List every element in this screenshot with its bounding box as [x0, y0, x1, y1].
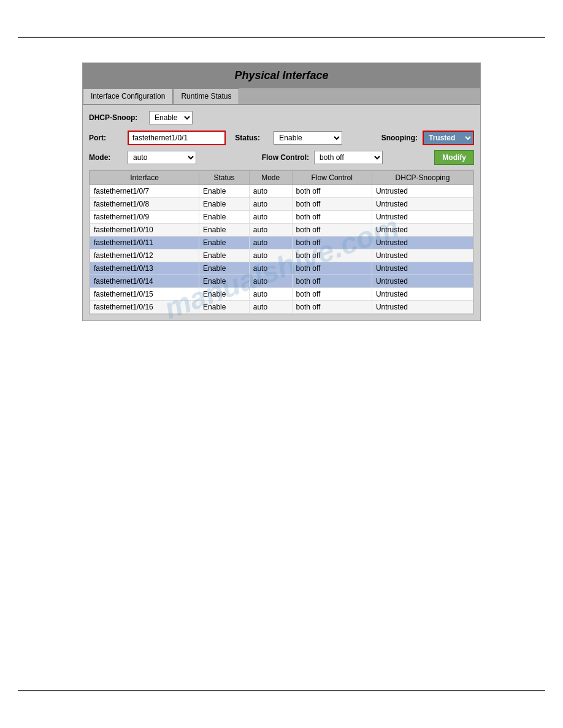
- cell-flow_control: both off: [292, 237, 372, 249]
- cell-mode: auto: [249, 288, 292, 301]
- cell-interface: fastethernet1/0/15: [90, 288, 199, 301]
- cell-flow_control: both off: [292, 249, 372, 262]
- cell-flow_control: both off: [292, 224, 372, 237]
- page-title-text: Physical Interface: [234, 69, 328, 82]
- table-row[interactable]: fastethernet1/0/14Enableautoboth offUntr…: [90, 275, 473, 288]
- cell-status: Enable: [199, 262, 250, 275]
- snooping-select-wrap: Trusted Untrusted: [423, 131, 474, 145]
- cell-interface: fastethernet1/0/10: [90, 224, 199, 237]
- cell-flow_control: both off: [292, 211, 372, 224]
- cell-flow_control: both off: [292, 198, 372, 211]
- cell-status: Enable: [199, 301, 250, 314]
- cell-dhcp_snooping: Untrusted: [372, 224, 473, 237]
- mode-group: Mode: auto 100full 100half 10full 10half: [89, 151, 262, 164]
- dhcp-snoop-select-wrap: Enable Disable: [149, 111, 193, 124]
- cell-dhcp_snooping: Untrusted: [372, 288, 473, 301]
- cell-dhcp_snooping: Untrusted: [372, 185, 473, 198]
- content-area: DHCP-Snoop: Enable Disable Port:: [83, 105, 480, 320]
- snooping-select[interactable]: Trusted Untrusted: [424, 132, 473, 144]
- col-status: Status: [199, 171, 250, 185]
- cell-dhcp_snooping: Untrusted: [372, 198, 473, 211]
- cell-flow_control: both off: [292, 275, 372, 288]
- cell-flow_control: both off: [292, 185, 372, 198]
- modify-button[interactable]: Modify: [434, 150, 474, 165]
- cell-status: Enable: [199, 237, 250, 249]
- cell-interface: fastethernet1/0/13: [90, 262, 199, 275]
- cell-dhcp_snooping: Untrusted: [372, 237, 473, 249]
- cell-interface: fastethernet1/0/8: [90, 198, 199, 211]
- cell-mode: auto: [249, 224, 292, 237]
- cell-dhcp_snooping: Untrusted: [372, 211, 473, 224]
- flow-control-label: Flow Control:: [262, 153, 309, 162]
- table-header-row: Interface Status Mode Flow Control DHCP-…: [90, 171, 473, 185]
- dhcp-snoop-select[interactable]: Enable Disable: [150, 112, 192, 124]
- cell-dhcp_snooping: Untrusted: [372, 301, 473, 314]
- modify-btn-wrap: Modify: [434, 150, 474, 165]
- table-row[interactable]: fastethernet1/0/12Enableautoboth offUntr…: [90, 249, 473, 262]
- cell-status: Enable: [199, 275, 250, 288]
- cell-interface: fastethernet1/0/7: [90, 185, 199, 198]
- table-row[interactable]: fastethernet1/0/10Enableautoboth offUntr…: [90, 224, 473, 237]
- col-dhcp-snooping: DHCP-Snooping: [372, 171, 473, 185]
- main-panel: Physical Interface Interface Configurati…: [82, 63, 481, 321]
- cell-status: Enable: [199, 198, 250, 211]
- port-group: Port:: [89, 131, 235, 145]
- cell-mode: auto: [249, 301, 292, 314]
- status-select-wrap: Enable Disable: [274, 131, 342, 145]
- bottom-divider: [18, 690, 545, 691]
- mode-select-wrap: auto 100full 100half 10full 10half: [128, 151, 196, 164]
- table-row[interactable]: fastethernet1/0/13Enableautoboth offUntr…: [90, 262, 473, 275]
- status-select[interactable]: Enable Disable: [274, 132, 342, 144]
- table-row[interactable]: fastethernet1/0/7Enableautoboth offUntru…: [90, 185, 473, 198]
- top-divider: [18, 37, 545, 38]
- cell-flow_control: both off: [292, 301, 372, 314]
- cell-interface: fastethernet1/0/9: [90, 211, 199, 224]
- cell-mode: auto: [249, 275, 292, 288]
- cell-flow_control: both off: [292, 288, 372, 301]
- port-label: Port:: [89, 134, 123, 142]
- cell-dhcp_snooping: Untrusted: [372, 262, 473, 275]
- mode-flowcontrol-row: Mode: auto 100full 100half 10full 10half: [89, 150, 474, 165]
- cell-status: Enable: [199, 211, 250, 224]
- table-row[interactable]: fastethernet1/0/16Enableautoboth offUntr…: [90, 301, 473, 314]
- table-row[interactable]: fastethernet1/0/8Enableautoboth offUntru…: [90, 198, 473, 211]
- panel-title: Physical Interface: [83, 63, 480, 88]
- flow-control-select[interactable]: both off send on receive on both on: [315, 151, 382, 164]
- col-flow-control: Flow Control: [292, 171, 372, 185]
- table-row[interactable]: fastethernet1/0/9Enableautoboth offUntru…: [90, 211, 473, 224]
- cell-status: Enable: [199, 249, 250, 262]
- cell-interface: fastethernet1/0/12: [90, 249, 199, 262]
- cell-interface: fastethernet1/0/16: [90, 301, 199, 314]
- cell-status: Enable: [199, 185, 250, 198]
- cell-dhcp_snooping: Untrusted: [372, 249, 473, 262]
- port-status-snooping-row: Port: Status: Enable Disable Sn: [89, 131, 474, 145]
- table-body: fastethernet1/0/7Enableautoboth offUntru…: [90, 185, 473, 314]
- cell-interface: fastethernet1/0/14: [90, 275, 199, 288]
- table-row[interactable]: fastethernet1/0/15Enableautoboth offUntr…: [90, 288, 473, 301]
- snooping-group: Snooping: Trusted Untrusted: [381, 131, 474, 145]
- status-group: Status: Enable Disable: [235, 131, 381, 145]
- cell-status: Enable: [199, 288, 250, 301]
- flow-control-select-wrap: both off send on receive on both on: [314, 151, 383, 164]
- tabs-bar: Interface Configuration Runtime Status: [83, 88, 480, 105]
- tab-runtime-status[interactable]: Runtime Status: [173, 88, 239, 104]
- status-label: Status:: [235, 134, 269, 142]
- mode-select[interactable]: auto 100full 100half 10full 10half: [128, 151, 196, 164]
- cell-mode: auto: [249, 198, 292, 211]
- dhcp-snoop-row: DHCP-Snoop: Enable Disable: [89, 111, 474, 124]
- col-interface: Interface: [90, 171, 199, 185]
- cell-mode: auto: [249, 185, 292, 198]
- snooping-label: Snooping:: [381, 134, 418, 142]
- table-row[interactable]: fastethernet1/0/11Enableautoboth offUntr…: [90, 237, 473, 249]
- cell-mode: auto: [249, 262, 292, 275]
- cell-status: Enable: [199, 224, 250, 237]
- cell-mode: auto: [249, 249, 292, 262]
- tab-interface-configuration[interactable]: Interface Configuration: [83, 88, 173, 104]
- flow-control-group: Flow Control: both off send on receive o…: [262, 151, 435, 164]
- port-input[interactable]: [128, 131, 226, 145]
- cell-flow_control: both off: [292, 262, 372, 275]
- col-mode: Mode: [249, 171, 292, 185]
- interface-table: Interface Status Mode Flow Control DHCP-…: [90, 170, 473, 314]
- mode-label: Mode:: [89, 153, 123, 162]
- dhcp-snoop-label: DHCP-Snoop:: [89, 113, 144, 122]
